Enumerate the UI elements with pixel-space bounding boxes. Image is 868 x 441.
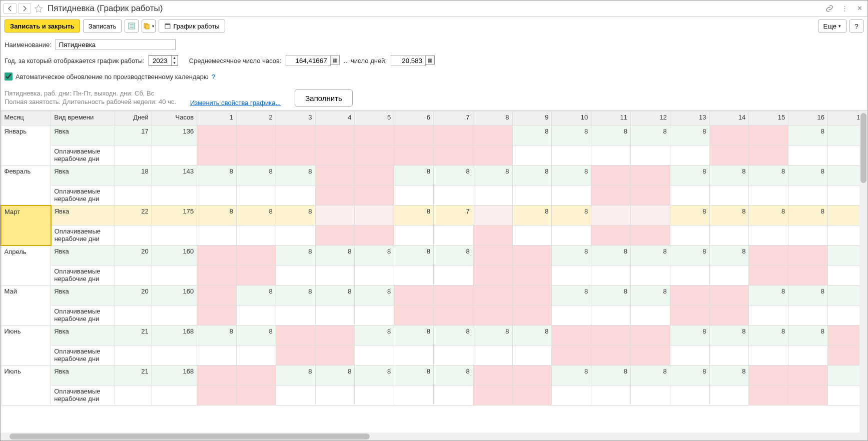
day-cell[interactable]: 8 [473,166,512,186]
day-cell-sub[interactable] [512,346,552,366]
day-cell-sub[interactable] [394,226,434,246]
link-icon[interactable] [824,4,834,14]
year-spinner[interactable]: ▲▼ [149,55,178,66]
day-cell-sub[interactable] [630,186,670,206]
day-cell[interactable]: 8 [315,286,355,306]
day-cell-sub[interactable] [512,226,552,246]
day-cell-sub[interactable] [394,186,434,206]
hours-cell[interactable]: 175 [152,206,197,226]
col-day-4[interactable]: 4 [315,112,355,126]
table-row[interactable]: АпрельЯвка2016088888888888 [1,246,867,266]
day-cell[interactable]: 8 [512,326,552,346]
col-day-8[interactable]: 8 [473,112,512,126]
day-cell-sub[interactable] [591,266,631,286]
day-cell-sub[interactable] [552,186,591,206]
day-cell-sub[interactable] [709,346,749,366]
table-row-sub[interactable]: Оплачиваемые нерабочие дни [1,346,867,366]
day-cell-sub[interactable] [512,306,552,326]
day-cell-sub[interactable] [630,346,670,366]
day-cell[interactable]: 8 [237,326,276,346]
col-day-10[interactable]: 10 [552,112,591,126]
day-cell[interactable] [197,246,237,266]
days-cell[interactable]: 17 [115,126,152,146]
day-cell-sub[interactable] [394,346,434,366]
day-cell[interactable] [473,366,512,386]
day-cell-sub[interactable] [433,266,473,286]
day-cell[interactable]: 8 [355,246,394,266]
month-cell[interactable]: Июнь [1,326,51,366]
day-cell[interactable]: 8 [591,126,631,146]
avg-days-input[interactable] [391,55,426,66]
day-cell[interactable]: 8 [670,206,709,226]
day-cell-sub[interactable] [315,306,355,326]
day-cell-sub[interactable] [709,146,749,166]
day-cell-sub[interactable] [355,226,394,246]
day-cell[interactable] [591,206,631,226]
table-row-sub[interactable]: Оплачиваемые нерабочие дни [1,146,867,166]
col-day-9[interactable]: 9 [512,112,552,126]
type-cell-sub[interactable]: Оплачиваемые нерабочие дни [51,346,115,366]
day-cell-sub[interactable] [197,306,237,326]
day-cell[interactable]: 8 [276,286,315,306]
day-cell[interactable] [591,166,631,186]
day-cell-sub[interactable] [197,186,237,206]
day-cell-sub[interactable] [670,226,709,246]
hours-cell[interactable]: 136 [152,126,197,146]
day-cell[interactable] [512,366,552,386]
table-row[interactable]: ИюльЯвка2116888888888888 [1,366,867,386]
table-row-sub[interactable]: Оплачиваемые нерабочие дни [1,306,867,326]
calc-icon[interactable]: ▦ [331,55,340,65]
day-cell-sub[interactable] [512,186,552,206]
day-cell[interactable] [355,126,394,146]
days-cell[interactable]: 21 [115,366,152,386]
day-cell[interactable]: 8 [276,366,315,386]
type-cell-sub[interactable]: Оплачиваемые нерабочие дни [51,306,115,326]
day-cell[interactable] [315,326,355,346]
table-row-sub[interactable]: Оплачиваемые нерабочие дни [1,186,867,206]
year-up[interactable]: ▲ [172,56,178,60]
day-cell-sub[interactable] [749,346,788,366]
days-cell[interactable]: 18 [115,166,152,186]
month-cell[interactable]: Январь [1,126,51,166]
day-cell-sub[interactable] [788,146,828,166]
type-cell-sub[interactable]: Оплачиваемые нерабочие дни [51,266,115,286]
type-cell-sub[interactable]: Оплачиваемые нерабочие дни [51,226,115,246]
day-cell[interactable] [630,206,670,226]
day-cell[interactable]: 8 [630,286,670,306]
year-down[interactable]: ▼ [172,60,178,66]
day-cell[interactable] [355,206,394,226]
day-cell[interactable]: 8 [394,206,434,226]
day-cell[interactable]: 8 [749,206,788,226]
day-cell[interactable] [237,366,276,386]
day-cell-sub[interactable] [394,266,434,286]
day-cell-sub[interactable] [473,266,512,286]
day-cell[interactable]: 8 [433,326,473,346]
table-row-sub[interactable]: Оплачиваемые нерабочие дни [1,386,867,406]
days-cell[interactable]: 20 [115,286,152,306]
day-cell-sub[interactable] [276,386,315,406]
name-input[interactable] [56,39,176,50]
day-cell[interactable]: 8 [552,166,591,186]
hours-cell[interactable]: 168 [152,326,197,346]
day-cell[interactable]: 8 [709,366,749,386]
day-cell[interactable] [473,246,512,266]
day-cell-sub[interactable] [630,226,670,246]
day-cell[interactable]: 8 [315,366,355,386]
day-cell-sub[interactable] [237,386,276,406]
table-row-sub[interactable]: Оплачиваемые нерабочие дни [1,226,867,246]
day-cell-sub[interactable] [591,186,631,206]
day-cell[interactable]: 8 [237,206,276,226]
day-cell-sub[interactable] [512,146,552,166]
day-cell[interactable] [276,126,315,146]
day-cell-sub[interactable] [670,346,709,366]
day-cell-sub[interactable] [709,186,749,206]
day-cell[interactable]: 8 [591,286,631,306]
day-cell-sub[interactable] [709,266,749,286]
col-month[interactable]: Месяц [1,112,51,126]
col-day-16[interactable]: 16 [788,112,828,126]
day-cell[interactable]: 8 [552,366,591,386]
days-cell[interactable]: 22 [115,206,152,226]
day-cell-sub[interactable] [512,266,552,286]
day-cell[interactable]: 8 [709,166,749,186]
day-cell-sub[interactable] [552,226,591,246]
